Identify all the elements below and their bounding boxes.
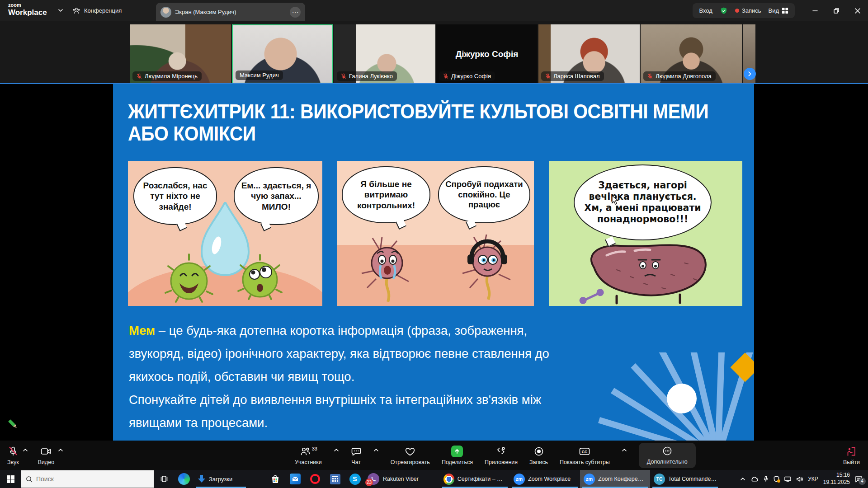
leave-label: Выйти bbox=[843, 459, 860, 465]
onedrive-icon[interactable] bbox=[750, 476, 758, 482]
participants-label: Участники bbox=[295, 459, 322, 465]
chat-options-chevron[interactable] bbox=[373, 441, 379, 452]
captions-icon: CC bbox=[579, 446, 590, 457]
display-icon[interactable] bbox=[784, 476, 791, 482]
tab-meeting-label: Конференция bbox=[84, 7, 122, 14]
participants-button[interactable]: 33 Участники bbox=[295, 446, 322, 465]
recording-label: Запись bbox=[742, 7, 761, 14]
titlebar-right-group: Вход Запись Вид bbox=[693, 3, 795, 18]
zoom-app-icon: zm bbox=[514, 474, 525, 485]
apps-button[interactable]: Приложения bbox=[485, 446, 518, 465]
chat-button[interactable]: Чат bbox=[351, 446, 362, 465]
video-tile-camera-off[interactable]: Діжурко Софія Діжурко Софія bbox=[436, 24, 538, 84]
tab-more-icon[interactable]: ⋯ bbox=[290, 7, 301, 18]
minimize-button[interactable] bbox=[804, 0, 826, 21]
sign-in-button[interactable]: Вход bbox=[699, 7, 712, 14]
neurons-illustration bbox=[337, 220, 534, 306]
bubble-text: Здається, нагорі вечірка планується. Хм,… bbox=[579, 180, 706, 225]
window-button-chrome[interactable]: Сертифікати – Go... bbox=[440, 470, 510, 488]
participant-name: Максим Рудич bbox=[240, 72, 279, 79]
share-label: Поделиться bbox=[442, 459, 473, 465]
shield-check-icon[interactable] bbox=[720, 7, 728, 15]
tab-screen-share[interactable]: Экран (Максим Рудич) ⋯ bbox=[156, 3, 305, 21]
view-label: Вид bbox=[768, 7, 779, 14]
notification-count-badge: 4 bbox=[859, 478, 866, 485]
video-tile[interactable]: Галина Лукієнко bbox=[334, 24, 435, 84]
restore-button[interactable] bbox=[826, 0, 847, 21]
speech-bubble: Ем... здається, я чую запах... МИЛО! bbox=[234, 167, 319, 225]
mic-muted-icon bbox=[341, 73, 346, 79]
video-strip: Людмила Міронець Максим Рудич Галина Лук… bbox=[0, 21, 868, 84]
window-controls bbox=[804, 0, 868, 21]
logo-line1: zoom bbox=[8, 3, 47, 8]
circle-decoration bbox=[667, 384, 697, 413]
security-shield-icon[interactable] bbox=[774, 476, 779, 482]
bubble-text: Я більше не витримаю контрольних! bbox=[347, 179, 425, 211]
participant-name-pill: Галина Лукієнко bbox=[337, 71, 397, 81]
captions-options-chevron[interactable] bbox=[622, 441, 627, 452]
zoom-app-icon: zm bbox=[584, 474, 595, 485]
taskbar-clock[interactable]: 15:16 19.11.2025 bbox=[823, 472, 850, 486]
skype-icon[interactable]: S bbox=[345, 470, 365, 488]
language-indicator[interactable]: УКР bbox=[808, 476, 818, 482]
more-button[interactable]: Дополнительно bbox=[639, 443, 696, 468]
chevron-down-icon[interactable] bbox=[58, 8, 63, 13]
recording-indicator[interactable]: Запись bbox=[735, 7, 761, 14]
video-button[interactable]: Видео bbox=[38, 446, 55, 465]
participant-name: Людмила Міронець bbox=[145, 73, 198, 80]
video-tile[interactable]: Людмила Міронець bbox=[130, 24, 231, 84]
task-view-button[interactable] bbox=[154, 470, 174, 488]
view-button[interactable]: Вид bbox=[768, 7, 788, 14]
cta-text: Спонукайте дітей до виявлення внутрішніх… bbox=[129, 393, 541, 430]
video-tile[interactable]: Лариса Шаповал bbox=[538, 24, 640, 84]
speaker-icon[interactable] bbox=[796, 476, 803, 482]
total-commander-icon: TC bbox=[654, 474, 665, 485]
leave-button[interactable]: Выйти bbox=[843, 446, 860, 465]
tab-screen-label: Экран (Максим Рудич) bbox=[175, 9, 236, 15]
taskbar-search[interactable] bbox=[21, 470, 154, 488]
react-button[interactable]: Отреагировать bbox=[391, 446, 430, 465]
video-options-chevron[interactable] bbox=[58, 441, 63, 452]
participants-options-chevron[interactable] bbox=[334, 441, 339, 452]
store-icon[interactable] bbox=[265, 470, 285, 488]
opera-icon[interactable] bbox=[305, 470, 325, 488]
bubble-text: Ем... здається, я чую запах... МИЛО! bbox=[239, 180, 313, 212]
participant-name: Діжурко Софія bbox=[451, 73, 491, 80]
mail-icon[interactable] bbox=[285, 470, 305, 488]
record-button[interactable]: Запись bbox=[529, 446, 548, 465]
search-input[interactable] bbox=[36, 475, 140, 483]
next-participants-button[interactable] bbox=[744, 68, 756, 80]
annotate-pencil-icon[interactable] bbox=[7, 418, 19, 430]
edge-browser-icon[interactable] bbox=[174, 470, 194, 488]
mic-muted-icon bbox=[8, 446, 19, 457]
window-button-zoom-meeting[interactable]: zm Zoom Конференц... bbox=[580, 470, 650, 488]
participant-name: Галина Лукієнко bbox=[349, 73, 393, 80]
audio-button[interactable]: Звук bbox=[7, 446, 19, 465]
video-tile[interactable]: Людмила Довгопола bbox=[641, 24, 742, 84]
record-icon bbox=[533, 446, 544, 457]
windows-taskbar: Загрузки S 23 Rakuten Viber Сертифікати … bbox=[0, 470, 868, 488]
audio-options-chevron[interactable] bbox=[23, 441, 28, 452]
record-dot-icon bbox=[735, 9, 739, 13]
video-tile-active-speaker[interactable]: Максим Рудич bbox=[232, 24, 333, 84]
tab-meeting[interactable]: Конференция bbox=[72, 0, 122, 21]
calculator-icon[interactable] bbox=[325, 470, 345, 488]
participant-name-pill: Максим Рудич bbox=[236, 70, 283, 80]
clock-time: 15:16 bbox=[823, 472, 850, 479]
share-button[interactable]: Поделиться bbox=[442, 446, 473, 465]
window-button-total-commander[interactable]: TC Total Commander ... bbox=[650, 470, 720, 488]
viber-window-button[interactable]: 23 Rakuten Viber bbox=[365, 470, 433, 488]
close-button[interactable] bbox=[847, 0, 868, 21]
meeting-toolbar: Звук Видео 33 bbox=[0, 441, 868, 470]
captions-button[interactable]: CC Показать субтитры bbox=[560, 446, 610, 465]
speech-bubble: Здається, нагорі вечірка планується. Хм,… bbox=[574, 164, 712, 240]
download-arrow-icon bbox=[198, 474, 206, 483]
downloads-window-button[interactable]: Загрузки bbox=[194, 470, 248, 488]
window-button-zoom-workplace[interactable]: zm Zoom Workplace bbox=[510, 470, 580, 488]
tray-mic-icon[interactable] bbox=[763, 476, 769, 482]
mic-muted-icon bbox=[647, 73, 653, 79]
tray-expand-chevron[interactable] bbox=[740, 477, 745, 481]
start-button[interactable] bbox=[0, 470, 21, 488]
action-center-icon[interactable]: 4 bbox=[855, 476, 863, 483]
chat-icon bbox=[351, 446, 362, 457]
